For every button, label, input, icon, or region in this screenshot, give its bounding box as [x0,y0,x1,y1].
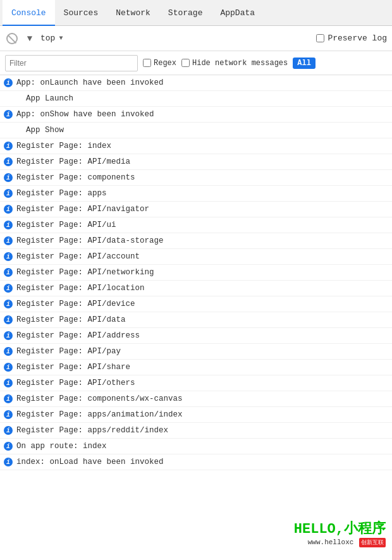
filter-input[interactable] [5,55,138,71]
context-value: top [40,33,55,43]
log-entry: iOn app route: index [0,439,392,454]
log-entry: iRegister Page: apps/reddit/index [0,423,392,439]
info-icon: i [3,362,14,373]
info-icon: i [3,409,14,420]
info-icon: i [3,140,14,152]
info-icon: i [3,172,14,183]
info-icon: i [3,330,14,341]
log-entry: iRegister Page: API/address [0,328,392,344]
filter-toggle-button[interactable]: ▼ [23,32,37,46]
log-entry: iRegister Page: API/pay [0,344,392,360]
info-icon: i [3,456,14,468]
log-entry: App Show [0,123,392,138]
info-icon: i [3,393,14,405]
log-text: Register Page: API/location [16,282,145,295]
regex-group: Regex [143,59,176,68]
tab-network[interactable]: Network [107,0,159,26]
log-text: Register Page: API/others [16,377,135,389]
log-text: Register Page: apps [16,187,107,200]
hide-network-group: Hide network messages [181,59,288,68]
info-icon: i [3,298,14,310]
tab-bar: Console Sources Network Storage AppData [0,0,392,26]
log-entry: iRegister Page: API/data [0,312,392,328]
watermark-badge: 创新互联 [359,538,386,547]
log-text: Register Page: components/wx-canvas [16,393,183,405]
log-entry: iRegister Page: components/wx-canvas [0,391,392,407]
ban-icon [6,33,18,44]
log-entry: iRegister Page: API/media [0,154,392,170]
info-icon: i [3,219,14,231]
log-text: Register Page: API/media [16,155,130,168]
console-output: iApp: onLaunch have been invoked App Lau… [0,75,392,470]
info-icon: i [3,267,14,278]
preserve-log-group: Preserve log [316,33,387,43]
hide-network-checkbox[interactable] [181,59,190,67]
log-text: Register Page: API/navigator [16,203,149,216]
tab-storage[interactable]: Storage [159,0,212,26]
preserve-log-checkbox[interactable] [316,34,324,42]
info-icon: i [3,109,14,120]
funnel-icon: ▼ [27,33,32,44]
regex-label: Regex [154,59,176,68]
tab-console[interactable]: Console [3,0,55,26]
context-selector[interactable]: top [40,33,55,43]
all-filter-button[interactable]: All [293,58,315,69]
info-icon: i [3,425,14,436]
log-entry: iRegister Page: index [0,138,392,154]
log-entry: iApp: onLaunch have been invoked [0,75,392,91]
log-entry: iRegister Page: API/networking [0,265,392,281]
watermark-text: HELLO,小程序 [294,519,386,538]
log-text: App: onLaunch have been invoked [16,76,164,89]
log-text: Register Page: components [16,171,135,184]
log-entry: iApp: onShow have been invoked [0,107,392,123]
log-text: Register Page: API/device [16,298,135,310]
hide-network-label: Hide network messages [192,59,288,68]
log-text: Register Page: API/networking [16,266,154,279]
log-text: Register Page: API/account [16,250,140,263]
log-entry: iRegister Page: apps [0,186,392,202]
info-icon: i [3,77,14,88]
log-text: Register Page: API/data [16,313,126,326]
info-icon: i [3,235,14,247]
clear-console-button[interactable] [5,32,19,46]
info-icon: i [3,377,14,389]
log-entry: iRegister Page: apps/animation/index [0,407,392,423]
info-icon: i [3,441,14,452]
log-text: Register Page: API/ui [16,219,116,231]
log-entry: iRegister Page: API/data-storage [0,233,392,249]
log-entry: App Launch [0,91,392,107]
info-icon: i [3,283,14,294]
log-text: Register Page: API/share [16,361,130,374]
log-text: index: onLoad have been invoked [16,456,164,468]
log-text: App Show [16,124,64,137]
info-icon: i [3,346,14,357]
info-icon: i [3,314,14,326]
info-icon: i [3,188,14,199]
log-text: Register Page: API/address [16,329,140,342]
log-text: App: onShow have been invoked [16,108,154,121]
log-text: Register Page: API/pay [16,345,121,358]
log-entry: iRegister Page: API/location [0,281,392,296]
log-text: App Launch [16,92,73,105]
watermark: HELLO,小程序 www.helloxc 创新互联 [294,519,386,547]
info-icon: i [3,251,14,262]
log-entry: iRegister Page: API/others [0,375,392,391]
context-dropdown-arrow[interactable]: ▼ [59,35,63,42]
log-entry: iRegister Page: API/device [0,296,392,312]
log-text: Register Page: apps/animation/index [16,408,183,421]
log-text: Register Page: apps/reddit/index [16,424,168,437]
toolbar: ▼ top ▼ Preserve log [0,26,392,51]
tab-sources[interactable]: Sources [55,0,107,26]
log-entry: iRegister Page: API/account [0,249,392,265]
log-entry: iRegister Page: API/ui [0,217,392,233]
info-icon: i [3,204,14,215]
log-text: Register Page: index [16,140,111,152]
log-entry: iRegister Page: API/navigator [0,202,392,217]
regex-checkbox[interactable] [143,59,151,67]
log-text: Register Page: API/data-storage [16,234,164,247]
info-icon: i [3,156,14,167]
log-entry: iRegister Page: components [0,170,392,186]
log-text: On app route: index [16,440,107,453]
tab-appdata[interactable]: AppData [211,0,264,26]
log-entry: iindex: onLoad have been invoked [0,454,392,470]
